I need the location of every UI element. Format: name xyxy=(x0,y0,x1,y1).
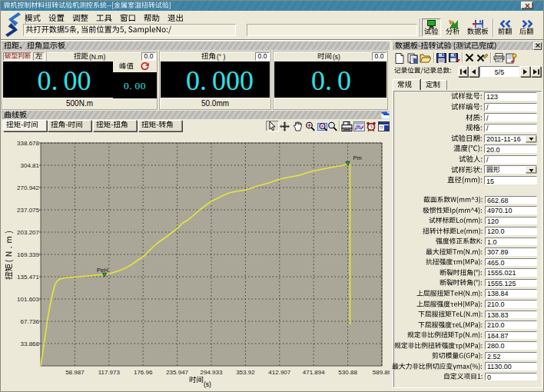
svg-text:270.942: 270.942 xyxy=(17,184,39,191)
